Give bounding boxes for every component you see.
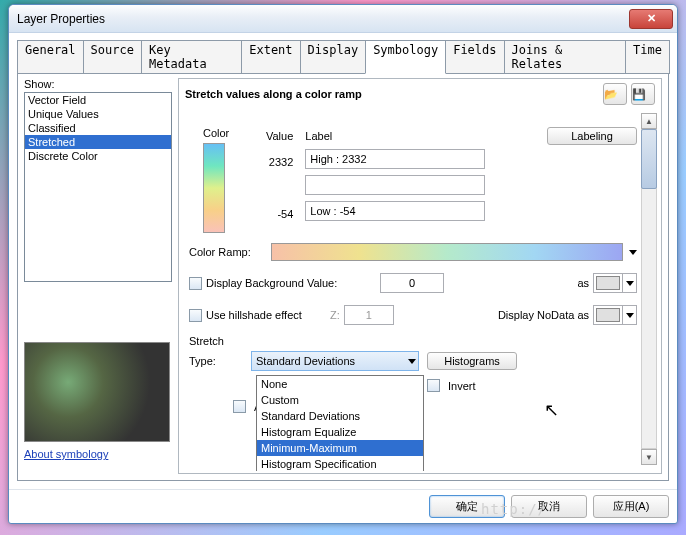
value-header: Value	[241, 123, 293, 149]
tab-symbology[interactable]: Symbology	[365, 40, 446, 74]
stretch-label: Stretch	[189, 335, 637, 347]
close-icon: ✕	[647, 12, 656, 25]
chevron-down-icon	[408, 359, 416, 364]
z-input[interactable]	[344, 305, 394, 325]
tab-source[interactable]: Source	[83, 40, 142, 74]
open-button[interactable]: 📂	[603, 83, 627, 105]
tab-key-metadata[interactable]: Key Metadata	[141, 40, 242, 74]
label-high-input[interactable]	[305, 149, 485, 169]
background-color-combo[interactable]	[593, 273, 637, 293]
tab-joins-relates[interactable]: Joins & Relates	[504, 40, 627, 74]
show-item-stretched[interactable]: Stretched	[25, 135, 171, 149]
save-button[interactable]: 💾	[631, 83, 655, 105]
show-item-discrete-color[interactable]: Discrete Color	[25, 149, 171, 163]
tab-display[interactable]: Display	[300, 40, 367, 74]
color-ramp-label: Color Ramp:	[189, 246, 271, 258]
folder-open-icon: 📂	[604, 88, 626, 101]
stretch-opt-hist-spec[interactable]: Histogram Specification	[257, 456, 423, 471]
type-label: Type:	[189, 355, 243, 367]
invert-label: Invert	[448, 380, 476, 392]
preview-thumbnail	[24, 342, 170, 442]
nodata-color-combo[interactable]	[593, 305, 637, 325]
stretch-opt-custom[interactable]: Custom	[257, 392, 423, 408]
nodata-label: Display NoData as	[498, 309, 589, 321]
display-background-label: Display Background Value:	[206, 277, 376, 289]
about-symbology-link[interactable]: About symbology	[24, 448, 172, 460]
labeling-button[interactable]: Labeling	[547, 127, 637, 145]
save-icon: 💾	[632, 88, 654, 101]
color-ramp-combo[interactable]	[271, 243, 623, 261]
stretch-opt-none[interactable]: None	[257, 376, 423, 392]
color-gradient-vertical[interactable]	[203, 143, 225, 233]
chevron-down-icon	[626, 281, 634, 286]
show-item-unique-values[interactable]: Unique Values	[25, 107, 171, 121]
hillshade-label: Use hillshade effect	[206, 309, 326, 321]
chevron-down-icon[interactable]	[629, 250, 637, 255]
stretch-type-dropdown[interactable]: None Custom Standard Deviations Histogra…	[256, 375, 424, 471]
show-item-classified[interactable]: Classified	[25, 121, 171, 135]
scroll-thumb[interactable]	[641, 129, 657, 189]
stretch-opt-hist-equalize[interactable]: Histogram Equalize	[257, 424, 423, 440]
stretch-type-combo[interactable]: Standard Deviations	[251, 351, 419, 371]
display-background-checkbox[interactable]	[189, 277, 202, 290]
tab-time[interactable]: Time	[625, 40, 670, 74]
vertical-scrollbar[interactable]: ▲ ▼	[641, 113, 657, 465]
chevron-down-icon	[626, 313, 634, 318]
color-label: Color	[203, 127, 229, 139]
titlebar[interactable]: Layer Properties ✕	[9, 5, 677, 33]
show-item-vector-field[interactable]: Vector Field	[25, 93, 171, 107]
scroll-down-arrow[interactable]: ▼	[641, 449, 657, 465]
tab-extent[interactable]: Extent	[241, 40, 300, 74]
value-high: 2332	[241, 149, 293, 175]
window-title: Layer Properties	[17, 12, 629, 26]
invert-checkbox[interactable]	[427, 379, 440, 392]
close-button[interactable]: ✕	[629, 9, 673, 29]
show-label: Show:	[24, 78, 172, 90]
tab-general[interactable]: General	[17, 40, 84, 74]
background-value-input[interactable]	[380, 273, 444, 293]
panel-title: Stretch values along a color ramp	[185, 88, 599, 100]
stretch-opt-std-dev[interactable]: Standard Deviations	[257, 408, 423, 424]
label-header: Label	[305, 130, 547, 142]
watermark: http://	[481, 501, 547, 517]
label-mid-input[interactable]	[305, 175, 485, 195]
hillshade-checkbox[interactable]	[189, 309, 202, 322]
histograms-button[interactable]: Histograms	[427, 352, 517, 370]
value-low: -54	[241, 201, 293, 227]
apply-button[interactable]: 应用(A)	[593, 495, 669, 518]
show-listbox[interactable]: Vector Field Unique Values Classified St…	[24, 92, 172, 282]
bg-as-label: as	[577, 277, 589, 289]
apply-gamma-checkbox[interactable]	[233, 400, 246, 413]
tabs: General Source Key Metadata Extent Displ…	[17, 40, 669, 74]
tab-fields[interactable]: Fields	[445, 40, 504, 74]
label-low-input[interactable]	[305, 201, 485, 221]
scroll-up-arrow[interactable]: ▲	[641, 113, 657, 129]
layer-properties-window: Layer Properties ✕ General Source Key Me…	[8, 4, 678, 524]
stretch-opt-min-max[interactable]: Minimum-Maximum	[257, 440, 423, 456]
z-label: Z:	[330, 309, 340, 321]
